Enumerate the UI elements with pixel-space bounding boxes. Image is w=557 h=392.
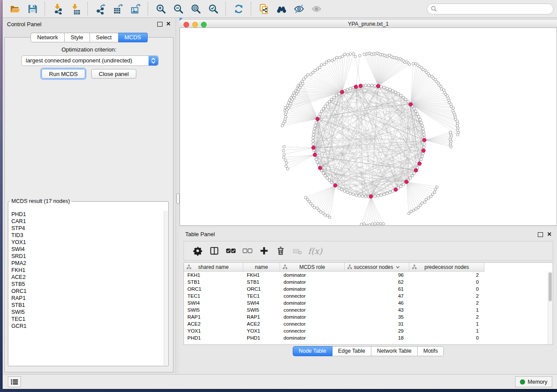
table-cell: ACE2 (184, 320, 243, 327)
select-all-rows-button[interactable] (222, 243, 239, 259)
mcds-result-item[interactable]: STB1 (9, 302, 164, 309)
mcds-result-item[interactable]: STB5 (9, 281, 164, 288)
optimization-dropdown[interactable]: largest connected component (undirected) (21, 55, 159, 66)
tab-select[interactable]: Select (90, 33, 118, 42)
mcds-result-item[interactable]: TEC1 (9, 316, 164, 323)
tab-motifs[interactable]: Motifs (418, 346, 444, 356)
column-header-name[interactable]: name (243, 263, 280, 272)
import-table-icon (70, 3, 81, 14)
mcds-result-scrollbar[interactable] (164, 211, 168, 365)
mcds-result-item[interactable]: FKH1 (9, 267, 164, 274)
table-cell: TEC1 (243, 292, 280, 299)
export-network-button[interactable] (93, 2, 108, 16)
memory-button[interactable]: Memory (515, 376, 552, 387)
table-row[interactable]: FKH1FKH1dominator962 (184, 272, 548, 279)
export-table-button[interactable] (111, 2, 125, 16)
mcds-result-item[interactable]: TID3 (9, 232, 164, 239)
mcds-result-item[interactable]: PMA2 (9, 260, 164, 267)
mcds-result-item[interactable]: YOX1 (9, 239, 164, 246)
table-row[interactable]: STB1STB1dominator620 (184, 279, 548, 285)
table-cell: dominator (280, 334, 345, 341)
table-row[interactable]: ORC1ORC1dominator610 (184, 285, 548, 292)
mcds-result-item[interactable]: RAP1 (9, 295, 164, 302)
table-row[interactable]: SWI5SWI5connector431 (184, 306, 548, 313)
table-row[interactable]: YOX1YOX1connector291 (184, 327, 548, 334)
table-cell: 62 (345, 279, 409, 285)
tab-network-table[interactable]: Network Table (371, 346, 418, 356)
open-session-button[interactable] (7, 2, 22, 16)
node-table: shared namenameMCDS rolesuccessor nodesp… (183, 262, 553, 345)
column-header-predecessor-nodes[interactable]: predecessor nodes (409, 263, 484, 272)
mcds-result-item[interactable]: SWI4 (9, 246, 164, 253)
mcds-result-item[interactable]: SWI5 (9, 309, 164, 316)
split-panel-button[interactable] (206, 243, 222, 259)
table-cell: ORC1 (184, 285, 243, 292)
search-input[interactable] (427, 3, 554, 14)
column-header-shared-name[interactable]: shared name (184, 263, 243, 272)
scrollbar-thumb[interactable] (549, 272, 552, 301)
run-mcds-button[interactable]: Run MCDS (42, 69, 85, 79)
table-cell: 0 (409, 334, 484, 341)
mcds-result-item[interactable]: GCR1 (9, 323, 164, 330)
zoom-fit-icon (190, 3, 201, 14)
mcds-result-item[interactable]: CAR1 (9, 218, 164, 225)
zoom-selected-button[interactable] (206, 2, 221, 16)
add-column-button[interactable] (256, 243, 272, 259)
show-all-button[interactable] (309, 2, 324, 16)
mcds-result-item[interactable]: SRD1 (9, 253, 164, 260)
mcds-result-item[interactable]: ACE2 (9, 274, 164, 281)
table-cell: RAP1 (243, 313, 280, 320)
tab-network[interactable]: Network (31, 33, 65, 42)
tab-style[interactable]: Style (65, 33, 90, 42)
close-panel-icon[interactable]: ✕ (547, 231, 552, 237)
close-panel-button[interactable]: Close panel (91, 69, 136, 79)
float-panel-icon[interactable] (157, 22, 163, 27)
task-history-button[interactable] (8, 376, 21, 387)
toolbar-separator (87, 2, 88, 15)
network-graph[interactable] (180, 28, 557, 225)
delete-columns-button[interactable] (272, 243, 289, 259)
mcds-result-list[interactable]: PHD1CAR1STP4TID3YOX1SWI4SRD1PMA2FKH1ACE2… (9, 211, 164, 365)
deselect-all-rows-button[interactable] (239, 243, 256, 259)
memory-label: Memory (528, 379, 547, 385)
zoom-in-icon (156, 3, 166, 14)
table-row[interactable]: ACE2ACE2connector311 (184, 320, 548, 327)
first-neighbors-button[interactable] (274, 2, 289, 16)
column-header-MCDS-role[interactable]: MCDS role (280, 263, 345, 272)
table-cell: SWI5 (243, 306, 280, 313)
new-network-from-selection-button[interactable] (256, 2, 271, 16)
import-table-button[interactable] (68, 2, 83, 16)
float-panel-icon[interactable] (538, 232, 543, 237)
tab-edge-table[interactable]: Edge Table (332, 346, 371, 356)
zoom-out-button[interactable] (171, 2, 186, 16)
table-row[interactable]: SWI4SWI4dominator462 (184, 299, 548, 306)
table-cell: 43 (345, 306, 409, 313)
export-image-button[interactable] (128, 2, 143, 16)
table-scrollbar[interactable] (548, 272, 553, 344)
function-builder-button[interactable]: f(x) (308, 246, 322, 256)
duplicate-network-icon (259, 3, 270, 14)
splitter-grip[interactable] (176, 193, 180, 204)
mcds-result-item[interactable]: STP4 (9, 225, 164, 232)
table-row[interactable]: PHD1PHD1dominator180 (184, 334, 548, 341)
close-panel-icon[interactable]: ✕ (166, 21, 171, 27)
zoom-in-button[interactable] (153, 2, 168, 16)
table-row[interactable]: RAP1RAP1dominator352 (184, 313, 548, 320)
hide-selection-button[interactable] (291, 2, 306, 16)
zoom-fit-button[interactable] (188, 2, 203, 16)
delete-table-button[interactable] (289, 243, 305, 259)
table-settings-button[interactable] (189, 243, 206, 259)
network-canvas[interactable] (180, 28, 557, 226)
save-session-button[interactable] (25, 2, 40, 16)
mcds-result-item[interactable]: PHD1 (9, 211, 164, 218)
column-header-successor-nodes[interactable]: successor nodes (345, 263, 409, 272)
optimization-criterion-label: Optimization criterion: (5, 46, 173, 53)
apply-layout-button[interactable] (231, 2, 246, 16)
tab-mcds[interactable]: MCDS (118, 33, 148, 42)
table-row[interactable]: TEC1TEC1connector472 (184, 292, 548, 299)
table-cell: PHD1 (243, 334, 280, 341)
import-network-button[interactable] (50, 2, 65, 16)
tab-node-table[interactable]: Node Table (293, 346, 332, 356)
mcds-result-item[interactable]: ORC1 (9, 288, 164, 295)
network-window: YPA_prune.txt_1 (180, 18, 557, 226)
